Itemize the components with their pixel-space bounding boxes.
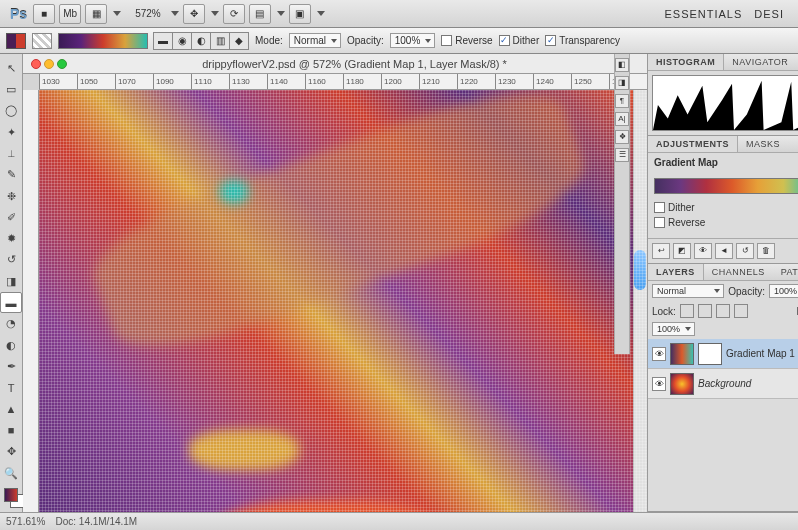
- layer-thumbnail[interactable]: [670, 343, 694, 365]
- adj-dither-option[interactable]: Dither: [654, 202, 798, 213]
- tab-histogram[interactable]: HISTOGRAM: [648, 54, 724, 70]
- tab-navigator[interactable]: NAVIGATOR: [724, 54, 796, 70]
- lasso-tool[interactable]: ◯: [0, 101, 22, 121]
- history-brush-tool[interactable]: ↺: [0, 250, 22, 270]
- rail-styles-icon[interactable]: ❖: [615, 130, 629, 144]
- brush-tool[interactable]: ✐: [0, 207, 22, 227]
- type-tool[interactable]: T: [0, 378, 22, 398]
- adj-clip-icon[interactable]: ◩: [673, 243, 691, 259]
- rail-character-icon[interactable]: A|: [615, 112, 629, 126]
- mini-bridge-button[interactable]: Mb: [59, 4, 81, 24]
- layer-name[interactable]: Gradient Map 1: [726, 348, 795, 359]
- tab-paths[interactable]: PATHS: [773, 264, 798, 280]
- window-zoom-button[interactable]: [57, 59, 67, 69]
- layer-visibility-toggle[interactable]: 👁: [652, 347, 666, 361]
- fill-field[interactable]: 100%: [652, 322, 695, 336]
- view-extras-button[interactable]: ▦: [85, 4, 107, 24]
- gradient-linear-button[interactable]: ▬: [153, 32, 173, 50]
- vertical-ruler[interactable]: [23, 90, 39, 512]
- tab-adjustments[interactable]: ADJUSTMENTS: [648, 136, 738, 152]
- rail-swatches-icon[interactable]: ◨: [615, 76, 629, 90]
- opacity-field[interactable]: 100%: [390, 33, 436, 48]
- dither-checkbox[interactable]: [499, 35, 510, 46]
- chevron-down-icon[interactable]: [277, 11, 285, 16]
- layer-row[interactable]: 👁 Background 🔒: [648, 369, 798, 399]
- transparency-checkbox[interactable]: [545, 35, 556, 46]
- move-tool[interactable]: ↖: [0, 58, 22, 78]
- hand-tool-button[interactable]: ✥: [183, 4, 205, 24]
- gradient-radial-button[interactable]: ◉: [172, 32, 192, 50]
- gradient-editor-strip[interactable]: [654, 178, 798, 194]
- blur-tool[interactable]: ◔: [0, 314, 22, 334]
- workspace-design[interactable]: DESI: [754, 8, 784, 20]
- lock-pixels-button[interactable]: [698, 304, 712, 318]
- chevron-down-icon[interactable]: [317, 11, 325, 16]
- rail-color-icon[interactable]: ◧: [615, 58, 629, 72]
- layer-blend-mode-select[interactable]: Normal: [652, 284, 724, 298]
- eraser-tool[interactable]: ◨: [0, 271, 22, 291]
- scrollbar-thumb[interactable]: [634, 250, 646, 290]
- shape-tool[interactable]: ■: [0, 420, 22, 440]
- layer-name[interactable]: Background: [698, 378, 751, 389]
- reverse-checkbox[interactable]: [441, 35, 452, 46]
- rail-info-icon[interactable]: ☰: [615, 148, 629, 162]
- layer-mask-thumbnail[interactable]: [698, 343, 722, 365]
- arrange-docs-button[interactable]: ▤: [249, 4, 271, 24]
- adj-prev-icon[interactable]: ◄: [715, 243, 733, 259]
- path-select-tool[interactable]: ▲: [0, 399, 22, 419]
- gradient-picker[interactable]: [58, 33, 148, 49]
- adj-reset-icon[interactable]: ↺: [736, 243, 754, 259]
- layer-visibility-toggle[interactable]: 👁: [652, 377, 666, 391]
- rotate-view-button[interactable]: ⟳: [223, 4, 245, 24]
- chevron-down-icon[interactable]: [113, 11, 121, 16]
- dither-option[interactable]: Dither: [499, 35, 540, 46]
- quick-select-tool[interactable]: ✦: [0, 122, 22, 142]
- zoom-level-readout[interactable]: 572%: [125, 8, 167, 19]
- tab-masks[interactable]: MASKS: [738, 136, 788, 152]
- layer-thumbnail[interactable]: [670, 373, 694, 395]
- adj-trash-icon[interactable]: 🗑: [757, 243, 775, 259]
- window-close-button[interactable]: [31, 59, 41, 69]
- chevron-down-icon[interactable]: [171, 11, 179, 16]
- screen-mode-button[interactable]: ▣: [289, 4, 311, 24]
- transparency-option[interactable]: Transparency: [545, 35, 620, 46]
- adj-return-icon[interactable]: ↩: [652, 243, 670, 259]
- gradient-angle-button[interactable]: ◐: [191, 32, 211, 50]
- layer-opacity-field[interactable]: 100%: [769, 284, 798, 298]
- hand-tool[interactable]: ✥: [0, 442, 22, 462]
- horizontal-ruler[interactable]: 1030105010701090111011301140116011801200…: [39, 74, 647, 90]
- tab-channels[interactable]: CHANNELS: [704, 264, 773, 280]
- stamp-tool[interactable]: ✹: [0, 229, 22, 249]
- pen-tool[interactable]: ✒: [0, 356, 22, 376]
- vertical-scrollbar[interactable]: [633, 90, 647, 512]
- blend-mode-select[interactable]: Normal: [289, 33, 341, 48]
- canvas[interactable]: [39, 90, 647, 512]
- eyedropper-tool[interactable]: ✎: [0, 165, 22, 185]
- lock-transparency-button[interactable]: [680, 304, 694, 318]
- gradient-tool[interactable]: ▬: [0, 292, 22, 312]
- status-doc-info[interactable]: Doc: 14.1M/14.1M: [55, 516, 137, 527]
- gradient-reflected-button[interactable]: ▥: [210, 32, 230, 50]
- crop-tool[interactable]: ⟂: [0, 143, 22, 163]
- tab-layers[interactable]: LAYERS: [648, 264, 704, 280]
- reverse-option[interactable]: Reverse: [441, 35, 492, 46]
- status-zoom[interactable]: 571.61%: [6, 516, 45, 527]
- gradient-tool-icon[interactable]: [6, 33, 26, 49]
- launch-bridge-button[interactable]: ■: [33, 4, 55, 24]
- layer-row[interactable]: 👁 Gradient Map 1: [648, 339, 798, 369]
- color-swatches[interactable]: [0, 488, 22, 512]
- healing-tool[interactable]: ❉: [0, 186, 22, 206]
- gradient-diamond-button[interactable]: ◆: [229, 32, 249, 50]
- zoom-tool[interactable]: 🔍: [0, 463, 22, 483]
- adj-reverse-checkbox[interactable]: [654, 217, 665, 228]
- workspace-essentials[interactable]: ESSENTIALS: [664, 8, 742, 20]
- lock-position-button[interactable]: [716, 304, 730, 318]
- adj-reverse-option[interactable]: Reverse: [654, 217, 798, 228]
- adj-eye-icon[interactable]: 👁: [694, 243, 712, 259]
- rail-paragraph-icon[interactable]: ¶: [615, 94, 629, 108]
- lock-all-button[interactable]: [734, 304, 748, 318]
- window-minimize-button[interactable]: [44, 59, 54, 69]
- adj-dither-checkbox[interactable]: [654, 202, 665, 213]
- marquee-tool[interactable]: ▭: [0, 79, 22, 99]
- chevron-down-icon[interactable]: [211, 11, 219, 16]
